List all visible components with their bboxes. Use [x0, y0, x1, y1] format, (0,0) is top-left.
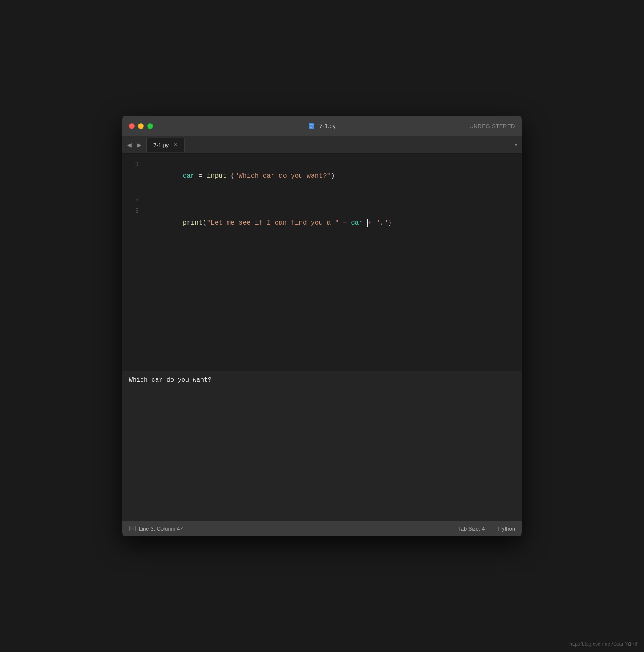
- status-bar: Line 3, Column 47 Tab Size: 4 Python: [122, 521, 522, 536]
- tab-prev-button[interactable]: ◀: [126, 141, 133, 149]
- traffic-lights: [129, 123, 153, 129]
- token-paren2-open: (: [203, 219, 207, 227]
- title-bar: 7-1.py UNREGISTERED: [122, 116, 522, 136]
- token-builtin-input: input: [206, 172, 226, 180]
- tab-nav-buttons: ◀ ▶: [126, 141, 143, 149]
- token-plus2: +: [368, 219, 372, 227]
- token-paren2-close: ): [388, 219, 392, 227]
- line-content-3: print("Let me see if I can find you a " …: [147, 205, 522, 240]
- line-content-1: car = input ("Which car do you want?"): [147, 159, 522, 194]
- token-space1: [339, 219, 343, 227]
- file-icon: [309, 122, 316, 130]
- minimize-button[interactable]: [138, 123, 144, 129]
- tab-file[interactable]: 7-1.py ✕: [146, 138, 185, 152]
- token-builtin-print: print: [183, 219, 203, 227]
- token-string-3: ".": [376, 219, 388, 227]
- title-bar-center: 7-1.py: [309, 122, 336, 130]
- editor-area[interactable]: 1 car = input ("Which car do you want?")…: [122, 154, 522, 371]
- unregistered-label: UNREGISTERED: [470, 123, 515, 129]
- status-language: Python: [498, 526, 515, 532]
- terminal-area[interactable]: Which car do you want?: [122, 371, 522, 521]
- maximize-button[interactable]: [147, 123, 153, 129]
- close-button[interactable]: [129, 123, 135, 129]
- token-space4: [372, 219, 376, 227]
- code-line-2: 2: [122, 194, 522, 205]
- svg-rect-1: [312, 123, 314, 124]
- token-var-car: car: [183, 172, 195, 180]
- status-tab-size: Tab Size: 4: [458, 526, 485, 532]
- line-number-2: 2: [122, 194, 147, 205]
- watermark: http://blog.csdn.net/SeanYi178: [569, 641, 637, 647]
- token-paren-close: ): [331, 172, 335, 180]
- terminal-output: Which car do you want?: [129, 377, 211, 384]
- token-plus1: +: [343, 219, 347, 227]
- token-space3: [363, 219, 367, 227]
- line-number-1: 1: [122, 159, 147, 170]
- code-line-3: 3 print("Let me see if I can find you a …: [122, 205, 522, 240]
- token-string-1: "Which car do you want?": [235, 172, 331, 180]
- status-right: Tab Size: 4 Python: [458, 526, 515, 532]
- tab-next-button[interactable]: ▶: [135, 141, 143, 149]
- token-op-equals: =: [195, 172, 207, 180]
- tab-dropdown-button[interactable]: ▼: [513, 142, 518, 148]
- svg-rect-6: [130, 527, 134, 530]
- status-left: Line 3, Column 47: [129, 525, 183, 532]
- token-string-2: "Let me see if I can find you a ": [206, 219, 339, 227]
- main-window: 7-1.py UNREGISTERED ◀ ▶ 7-1.py ✕ ▼ 1 car…: [122, 116, 522, 536]
- code-line-1: 1 car = input ("Which car do you want?"): [122, 159, 522, 194]
- token-space2: [347, 219, 351, 227]
- line-number-3: 3: [122, 205, 147, 217]
- window-title: 7-1.py: [319, 123, 336, 129]
- status-position: Line 3, Column 47: [139, 526, 183, 532]
- tab-close-button[interactable]: ✕: [174, 142, 178, 148]
- token-var-car2: car: [351, 219, 363, 227]
- tab-bar: ◀ ▶ 7-1.py ✕ ▼: [122, 136, 522, 154]
- tab-label: 7-1.py: [153, 142, 169, 148]
- token-paren-open: (: [226, 172, 234, 180]
- terminal-status-icon: [129, 525, 136, 532]
